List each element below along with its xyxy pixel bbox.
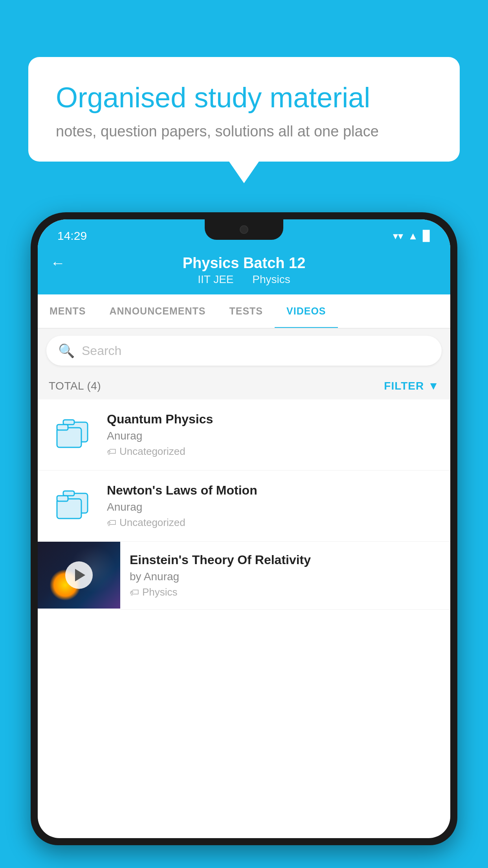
- app-bar-subtitle-part1: IIT JEE: [198, 273, 233, 285]
- search-icon: 🔍: [58, 343, 75, 359]
- video-info-2: Newton's Laws of Motion Anurag 🏷 Uncateg…: [107, 483, 439, 529]
- video-author-2: Anurag: [107, 501, 439, 513]
- tag-icon-2: 🏷: [107, 517, 116, 528]
- phone-screen: 14:29 ▾▾ ▲ ▉ ← Physics Batch 12 IIT JEE …: [38, 219, 450, 838]
- wifi-icon: ▾▾: [393, 230, 403, 242]
- video-thumbnail-3: [38, 542, 120, 609]
- video-title-3: Einstein's Theory Of Relativity: [130, 553, 442, 567]
- filter-icon: ▼: [428, 380, 439, 392]
- svg-rect-1: [63, 420, 74, 425]
- filter-button[interactable]: FILTER ▼: [384, 380, 439, 392]
- search-container: 🔍 Search: [38, 329, 450, 373]
- battery-icon: ▉: [423, 230, 431, 242]
- video-author-3: by Anurag: [130, 570, 442, 583]
- tag-icon-3: 🏷: [130, 587, 139, 598]
- speech-bubble: Organised study material notes, question…: [28, 57, 460, 162]
- bubble-subtitle: notes, question papers, solutions all at…: [56, 123, 432, 140]
- list-item[interactable]: Einstein's Theory Of Relativity by Anura…: [38, 542, 450, 610]
- app-bar: ← Physics Batch 12 IIT JEE Physics: [38, 248, 450, 294]
- search-box[interactable]: 🔍 Search: [46, 336, 442, 366]
- tab-tests[interactable]: TESTS: [217, 294, 275, 328]
- total-count: TOTAL (4): [49, 380, 101, 392]
- video-title-2: Newton's Laws of Motion: [107, 483, 439, 498]
- tag-icon-1: 🏷: [107, 446, 116, 457]
- search-input[interactable]: Search: [82, 344, 121, 358]
- phone-notch: [205, 219, 283, 240]
- bubble-title: Organised study material: [56, 81, 432, 114]
- video-info-1: Quantum Physics Anurag 🏷 Uncategorized: [107, 412, 439, 458]
- back-button[interactable]: ←: [50, 255, 65, 272]
- folder-icon: [55, 419, 90, 451]
- svg-rect-5: [63, 491, 74, 496]
- status-icons: ▾▾ ▲ ▉: [393, 230, 431, 242]
- phone-outer: 14:29 ▾▾ ▲ ▉ ← Physics Batch 12 IIT JEE …: [31, 212, 457, 845]
- phone-wrapper: 14:29 ▾▾ ▲ ▉ ← Physics Batch 12 IIT JEE …: [31, 212, 457, 868]
- list-item[interactable]: Quantum Physics Anurag 🏷 Uncategorized: [38, 399, 450, 471]
- app-bar-subtitle: IIT JEE Physics: [194, 273, 294, 286]
- video-title-1: Quantum Physics: [107, 412, 439, 427]
- video-tag-2: 🏷 Uncategorized: [107, 517, 439, 529]
- folder-icon: [55, 490, 90, 522]
- tabs-bar: MENTS ANNOUNCEMENTS TESTS VIDEOS: [38, 294, 450, 329]
- play-button[interactable]: [65, 561, 93, 589]
- list-item[interactable]: Newton's Laws of Motion Anurag 🏷 Uncateg…: [38, 471, 450, 542]
- video-thumb-1: [49, 411, 96, 458]
- video-author-1: Anurag: [107, 430, 439, 442]
- total-filter-bar: TOTAL (4) FILTER ▼: [38, 373, 450, 399]
- filter-label: FILTER: [384, 380, 424, 392]
- video-list: Quantum Physics Anurag 🏷 Uncategorized: [38, 399, 450, 610]
- video-thumb-2: [49, 482, 96, 530]
- video-tag-1: 🏷 Uncategorized: [107, 445, 439, 458]
- app-bar-title: Physics Batch 12: [183, 255, 306, 272]
- svg-rect-7: [57, 496, 68, 501]
- signal-icon: ▲: [408, 230, 418, 242]
- app-bar-subtitle-part2: Physics: [252, 273, 290, 285]
- video-info-3: Einstein's Theory Of Relativity by Anura…: [120, 542, 450, 609]
- tag-label-1: Uncategorized: [119, 445, 185, 458]
- play-icon: [75, 569, 85, 581]
- video-tag-3: 🏷 Physics: [130, 586, 442, 598]
- tab-announcements[interactable]: ANNOUNCEMENTS: [98, 294, 218, 328]
- camera-dot: [240, 225, 248, 234]
- svg-rect-3: [57, 425, 68, 430]
- status-time: 14:29: [57, 229, 87, 243]
- tag-label-3: Physics: [142, 586, 178, 598]
- tab-ments[interactable]: MENTS: [38, 294, 98, 328]
- tag-label-2: Uncategorized: [119, 517, 185, 529]
- tab-videos[interactable]: VIDEOS: [275, 294, 338, 328]
